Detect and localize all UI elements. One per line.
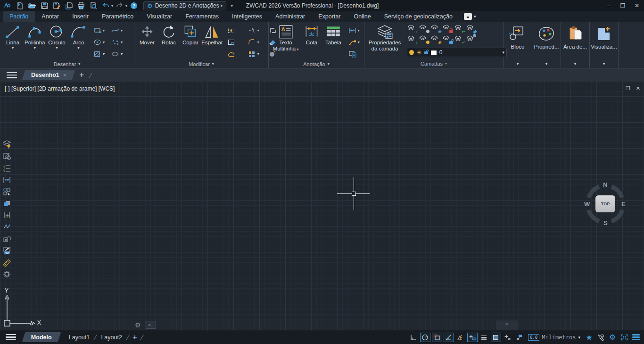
show-lineweight-icon[interactable] xyxy=(479,333,489,342)
stretch-tool-icon[interactable] xyxy=(226,25,247,36)
layout1-tab[interactable]: Layout1 xyxy=(64,334,94,341)
array-tool-icon[interactable]: ▾ xyxy=(247,48,267,60)
chevron-down-icon[interactable]: ▾ xyxy=(257,28,259,33)
save-button[interactable] xyxy=(39,1,50,10)
tab-padrao[interactable]: Padrão xyxy=(3,11,35,22)
hatch-tool-icon[interactable]: ▾ xyxy=(92,48,110,60)
chevron-down-icon[interactable]: ▾ xyxy=(120,40,122,44)
polyline-button[interactable]: Polilinha ▾ xyxy=(24,24,46,50)
chevron-down-icon[interactable]: ▾ xyxy=(296,47,298,51)
new-layout-button[interactable]: + xyxy=(132,333,137,342)
layer-tools-icon[interactable] xyxy=(1,139,12,149)
restore-button[interactable]: ❐ xyxy=(616,0,630,11)
transparency-icon[interactable] xyxy=(491,333,501,342)
chevron-down-icon[interactable]: ▾ xyxy=(603,62,605,66)
annotation-flag-icon[interactable] xyxy=(514,333,525,342)
command-settings-gear-icon[interactable]: ⚙ xyxy=(135,321,141,329)
trim-tool-icon[interactable]: ▾ xyxy=(247,25,267,36)
compass-south[interactable]: S xyxy=(603,219,608,227)
move-button[interactable]: Mover xyxy=(136,24,158,46)
redo-button[interactable] xyxy=(114,1,125,10)
panel-propriedades[interactable]: Propried... ▾ xyxy=(532,22,561,68)
quick-select-icon[interactable] xyxy=(1,186,12,196)
panel-bloco[interactable]: Bloco ▾ xyxy=(504,22,532,68)
layer-on-bulb-icon[interactable] xyxy=(409,50,414,55)
dimension-tools-icon[interactable] xyxy=(1,175,12,185)
tab-parametrico[interactable]: Paramétrico xyxy=(95,11,140,22)
settings-gear-icon[interactable]: ⚙ xyxy=(607,333,618,342)
tab-inserir[interactable]: Inserir xyxy=(66,11,95,22)
save-as-button[interactable] xyxy=(51,1,62,10)
redo-dropdown-icon[interactable]: ▾ xyxy=(125,4,127,8)
point-tool-icon[interactable]: ▾ xyxy=(110,36,128,48)
chevron-down-icon[interactable]: ▾ xyxy=(12,46,14,50)
ribbon-collapse-button[interactable]: ▲ xyxy=(464,13,472,20)
panel-visualizar[interactable]: Visualiza... ▾ xyxy=(590,22,619,68)
tab-anotar[interactable]: Anotar xyxy=(35,11,66,22)
doc-restore-button[interactable]: ❐ xyxy=(626,85,630,92)
units-label[interactable]: Milímetros xyxy=(542,334,576,341)
compass-north[interactable]: N xyxy=(603,181,607,188)
model-tab[interactable]: Modelo xyxy=(22,332,61,342)
smart-tools-icon[interactable] xyxy=(584,333,594,342)
chevron-down-icon[interactable]: ▾ xyxy=(517,62,519,66)
panel-area-transferencia[interactable]: Área de... ▾ xyxy=(561,22,590,68)
chevron-down-icon[interactable]: ▾ xyxy=(257,52,259,56)
options-gear-icon[interactable] xyxy=(1,269,12,279)
zwcad-logo-icon[interactable] xyxy=(2,1,13,10)
layer-on-icon[interactable] xyxy=(419,35,429,44)
polyline-edit-icon[interactable] xyxy=(1,222,12,232)
help-button[interactable]: ? xyxy=(128,1,140,10)
print-button[interactable] xyxy=(75,1,87,10)
dimension-button[interactable]: Cota xyxy=(301,24,322,46)
chevron-down-icon[interactable]: ▾ xyxy=(34,46,36,50)
preview-button[interactable] xyxy=(88,1,99,10)
layer-dropdown[interactable]: ☀ 0 ▾ xyxy=(407,48,507,57)
workspace-selector[interactable]: ⚙ Desenho 2D e Anotações ▾ xyxy=(143,1,226,10)
document-tab-desenho1[interactable]: Desenho1 × xyxy=(22,70,75,80)
object-snap-icon[interactable] xyxy=(432,333,442,342)
revision-cloud-tool-icon[interactable]: ▾ xyxy=(110,48,128,60)
layer-thaw-icon[interactable]: ☀ xyxy=(430,35,441,44)
mirror-button[interactable]: Espelhar xyxy=(201,24,223,46)
undo-button[interactable] xyxy=(100,1,111,10)
layout2-tab[interactable]: Layout2 xyxy=(96,334,126,341)
layer-isolate-icon[interactable]: ↓ xyxy=(407,35,417,44)
table-button[interactable]: Tabela xyxy=(322,24,344,46)
line-button[interactable]: Linha ▾ xyxy=(2,24,24,50)
minimize-button[interactable]: – xyxy=(602,0,616,11)
tab-visualizar[interactable]: Visualizar xyxy=(140,11,179,22)
numbered-list-icon[interactable]: 123 xyxy=(1,163,12,173)
command-prompt-icon[interactable]: >_ xyxy=(146,321,156,329)
object-snap-tracking-icon[interactable] xyxy=(444,333,454,342)
viewport-controls[interactable]: [-] [Superior] [2D armação de arame] [WC… xyxy=(5,85,115,92)
compass-west[interactable]: W xyxy=(584,201,590,208)
measure-icon[interactable] xyxy=(1,257,12,267)
compass-top-face[interactable]: TOP xyxy=(595,195,615,212)
tab-administrar[interactable]: Administrar xyxy=(269,11,312,22)
layout-menu-button[interactable] xyxy=(6,334,16,341)
compass-east[interactable]: E xyxy=(621,201,626,208)
selection-cycling-icon[interactable] xyxy=(503,333,513,342)
new-document-tab-button[interactable]: + xyxy=(79,70,84,80)
layer-thaw-sun-icon[interactable]: ☀ xyxy=(416,49,422,56)
panel-label-desenhar[interactable]: Desenhar▾ xyxy=(0,60,134,68)
chevron-down-icon[interactable]: ▾ xyxy=(257,40,259,44)
spline-tool-icon[interactable]: ▾ xyxy=(110,25,128,36)
layer-color-swatch[interactable] xyxy=(430,50,437,55)
fillet-tool-icon[interactable]: ▾ xyxy=(247,36,267,48)
chevron-down-icon[interactable]: ▾ xyxy=(102,28,104,33)
save-all-button[interactable] xyxy=(63,1,74,10)
dynamic-ucs-icon[interactable] xyxy=(467,333,478,342)
ellipse-tool-icon[interactable]: ▾ xyxy=(92,36,110,48)
chevron-down-icon[interactable]: ▾ xyxy=(102,52,104,56)
tab-exportar[interactable]: Exportar xyxy=(312,11,347,22)
pgp-edit-icon[interactable]: PGP xyxy=(1,245,12,255)
layer-previous-icon[interactable]: ↩ xyxy=(454,25,464,33)
undo-dropdown-icon[interactable]: ▾ xyxy=(111,4,113,8)
doc-minimize-button[interactable]: – xyxy=(617,85,620,92)
doc-close-button[interactable]: ✕ xyxy=(636,85,640,92)
leader-tool-icon[interactable]: ▾ xyxy=(347,36,366,48)
drawing-canvas[interactable]: [-] [Superior] [2D armação de arame] [WC… xyxy=(0,82,644,330)
chevron-down-icon[interactable]: ▾ xyxy=(102,40,104,44)
